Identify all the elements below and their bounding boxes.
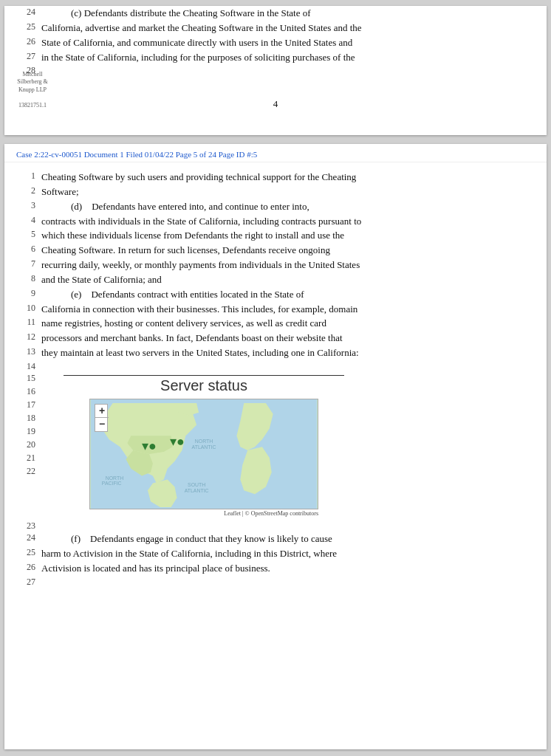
line-content: (e) Defendants contract with entities lo… <box>41 287 547 302</box>
line-number: 9 <box>4 287 41 302</box>
line-row: 24 (f) Defendants engage in conduct that… <box>4 532 547 546</box>
zoom-in-button[interactable]: + <box>95 405 109 418</box>
line-content: processors and merchant banks. In fact, … <box>41 331 547 346</box>
line-row: 9 (e) Defendants contract with entities … <box>4 287 547 302</box>
server-map: NORTH ATLANTIC SOUTH ATLANTIC NORTH PACI… <box>89 399 318 509</box>
line-row: 4 contracts with individuals in the Stat… <box>4 214 547 229</box>
line-row: 12 processors and merchant banks. In fac… <box>4 331 547 346</box>
line-number: 25 <box>4 546 41 561</box>
line-number: 26 <box>4 35 41 50</box>
line-row: 27 <box>4 576 547 589</box>
line-number: 3 <box>4 199 41 214</box>
line-row: 24 (c) Defendants distribute the Cheatin… <box>4 6 547 21</box>
line-row: 6 Cheating Software. In return for such … <box>4 243 547 258</box>
line-content: and the State of California; and <box>41 272 547 287</box>
svg-text:ATLANTIC: ATLANTIC <box>192 444 216 450</box>
line-number: 6 <box>4 243 41 258</box>
line-row: 8 and the State of California; and <box>4 272 547 287</box>
line-content: (d) Defendants have entered into, and co… <box>41 199 547 214</box>
line-row: 3 (d) Defendants have entered into, and … <box>4 199 547 214</box>
firm-label: Mitchell Silberberg & Knupp LLP 13821751… <box>7 71 58 109</box>
line-row: 26 Activision is located and has its pri… <box>4 561 547 576</box>
svg-text:NORTH: NORTH <box>195 439 213 444</box>
line-content: Cheating Software by such users and prov… <box>41 170 547 185</box>
line-number: 22 <box>4 465 41 478</box>
map-pin-east: ▾● <box>170 433 185 450</box>
line-content: they maintain at least two servers in th… <box>41 346 547 360</box>
line-number: 15 <box>4 372 41 385</box>
map-pin-california: ▾● <box>142 438 157 454</box>
svg-text:NORTH: NORTH <box>106 475 123 481</box>
line-row: 23 <box>4 520 547 532</box>
line-content: Software; <box>41 185 547 199</box>
line-number: 24 <box>4 532 41 546</box>
line-row: 5 which these individuals license from D… <box>4 228 547 243</box>
svg-text:SOUTH: SOUTH <box>188 482 205 487</box>
line-content: Activision is located and has its princi… <box>41 561 547 576</box>
line-content: California, advertise and market the Che… <box>41 21 547 35</box>
case-header: Case 2:22-cv-00051 Document 1 Filed 01/0… <box>4 144 547 162</box>
line-content: (c) Defendants distribute the Cheating S… <box>41 6 547 21</box>
line-number: 4 <box>4 214 41 229</box>
line-number: 12 <box>4 331 41 346</box>
line-number: 13 <box>4 346 41 360</box>
map-attribution: Leaflet | © OpenStreetMap contributors <box>89 510 318 517</box>
line-number: 5 <box>4 228 41 243</box>
line-content: harm to Activision in the State of Calif… <box>41 546 547 561</box>
line-row: 26 State of California, and communicate … <box>4 35 547 50</box>
line-row: 27 in the State of California, including… <box>4 50 547 65</box>
line-content: California in connection with their busi… <box>41 302 547 317</box>
document-page-top: Mitchell Silberberg & Knupp LLP 13821751… <box>4 6 547 135</box>
line-row: 14 <box>4 360 547 372</box>
line-content: contracts with individuals in the State … <box>41 214 547 229</box>
map-zoom-controls: + − <box>95 404 108 432</box>
document-page-main: Case 2:22-cv-00051 Document 1 Filed 01/0… <box>4 144 547 749</box>
line-content: State of California, and communicate dir… <box>41 35 547 50</box>
line-row: 25 California, advertise and market the … <box>4 21 547 35</box>
server-status-title: Server status <box>160 377 247 394</box>
line-row: 1 Cheating Software by such users and pr… <box>4 170 547 185</box>
line-row: 11 name registries, hosting or content d… <box>4 316 547 331</box>
svg-text:PACIFIC: PACIFIC <box>102 481 122 486</box>
line-number: 27 <box>4 576 41 589</box>
line-number: 17 <box>4 399 41 412</box>
line-number: 18 <box>4 412 41 425</box>
zoom-out-button[interactable]: − <box>95 418 109 431</box>
svg-text:ATLANTIC: ATLANTIC <box>185 488 209 493</box>
line-number: 8 <box>4 272 41 287</box>
line-content: recurring daily, weekly, or monthly paym… <box>41 258 547 272</box>
line-row: 7 recurring daily, weekly, or monthly pa… <box>4 258 547 272</box>
line-number: 25 <box>4 21 41 35</box>
line-content <box>41 64 547 94</box>
line-number: 7 <box>4 258 41 272</box>
line-content: which these individuals license from Def… <box>41 228 547 243</box>
line-content <box>41 520 547 532</box>
line-content: in the State of California, including fo… <box>41 50 547 65</box>
line-row: 13 they maintain at least two servers in… <box>4 346 547 360</box>
line-number: 11 <box>4 316 41 331</box>
line-number: 16 <box>4 385 41 399</box>
line-number: 19 <box>4 425 41 439</box>
line-content: name registries, hosting or content deli… <box>41 316 547 331</box>
page-number: 4 <box>4 94 547 114</box>
line-number: 26 <box>4 561 41 576</box>
line-number: 23 <box>4 520 41 532</box>
line-number: 1 <box>4 170 41 185</box>
server-status-section: Server status <box>64 375 344 517</box>
line-number: 24 <box>4 6 41 21</box>
line-row: 10 California in connection with their b… <box>4 302 547 317</box>
line-row: 2 Software; <box>4 185 547 199</box>
line-content: (f) Defendants engage in conduct that th… <box>41 532 547 546</box>
line-row: 28 <box>4 64 547 94</box>
line-number: 14 <box>4 360 41 372</box>
line-row: 25 harm to Activision in the State of Ca… <box>4 546 547 561</box>
line-number: 27 <box>4 50 41 65</box>
server-status-divider <box>64 375 344 376</box>
line-content <box>41 576 547 589</box>
line-number: 2 <box>4 185 41 199</box>
line-number: 10 <box>4 302 41 317</box>
line-number: 21 <box>4 452 41 465</box>
line-number: 20 <box>4 439 41 452</box>
line-content: Cheating Software. In return for such li… <box>41 243 547 258</box>
line-content <box>41 360 547 372</box>
